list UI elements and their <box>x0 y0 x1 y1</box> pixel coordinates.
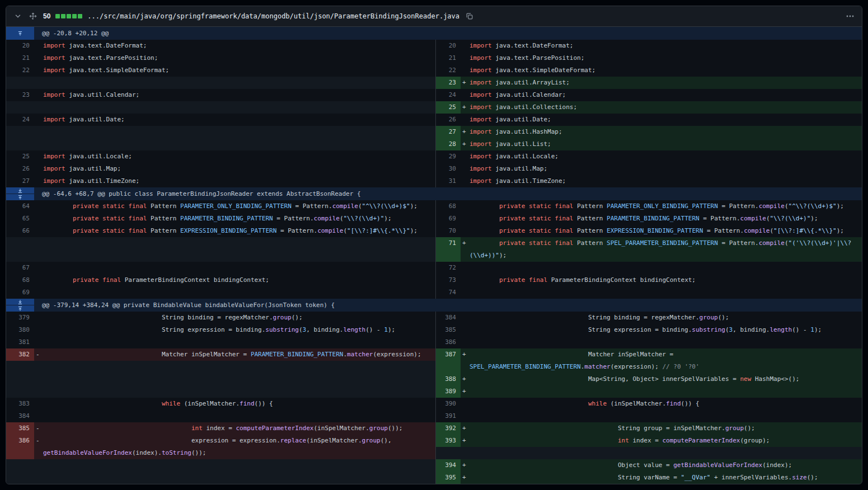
diff-row: 28+import java.util.List; <box>6 138 862 150</box>
line-number-cell[interactable]: 383 <box>6 398 34 410</box>
hunk-header: @@ -20,8 +20,12 @@ <box>6 27 862 40</box>
line-number-cell[interactable]: 24 <box>6 114 34 126</box>
line-number-cell[interactable]: 68 <box>435 200 461 213</box>
diff-sign-cell <box>34 324 42 336</box>
expand-down-button[interactable] <box>6 187 34 194</box>
line-number-cell[interactable]: 21 <box>435 52 461 64</box>
line-number-cell[interactable]: 27 <box>6 175 34 187</box>
collapse-file-chevron-button[interactable] <box>13 11 23 21</box>
line-number-cell[interactable]: 381 <box>6 336 34 348</box>
line-number-cell[interactable]: 388 <box>435 373 461 385</box>
line-number-cell[interactable]: 384 <box>6 410 34 422</box>
filler-line <box>42 373 435 385</box>
code-line <box>468 385 862 398</box>
line-number-cell[interactable]: 66 <box>6 225 34 237</box>
code-cell: import java.util.Date; <box>468 114 862 126</box>
diff-row: 21import java.text.ParsePosition;21impor… <box>6 52 862 64</box>
expand-down-button[interactable] <box>6 299 34 305</box>
line-number-cell[interactable]: 69 <box>435 213 461 225</box>
line-number-cell[interactable]: 385 <box>435 324 461 336</box>
line-number-cell[interactable]: 382 <box>6 348 34 373</box>
chevron-down-icon <box>14 12 22 20</box>
line-number-cell[interactable]: 387 <box>435 348 461 373</box>
line-number: 384 <box>6 410 34 422</box>
gutter-filler <box>6 385 34 398</box>
line-number-cell[interactable]: 64 <box>6 200 34 213</box>
line-number-cell[interactable]: 69 <box>6 286 34 299</box>
line-number-cell[interactable]: 390 <box>435 398 461 410</box>
line-number-cell[interactable]: 379 <box>6 312 34 324</box>
line-number-cell[interactable]: 380 <box>6 324 34 336</box>
line-number: 22 <box>436 64 461 77</box>
line-number: 395 <box>436 472 461 484</box>
line-number-cell[interactable]: 27 <box>435 126 461 138</box>
line-number-cell[interactable]: 395 <box>435 472 461 484</box>
code-line: import java.util.ArrayList; <box>468 77 862 89</box>
line-number-cell[interactable]: 384 <box>435 312 461 324</box>
line-number-cell[interactable]: 23 <box>435 77 461 89</box>
line-number-cell[interactable]: 386 <box>6 435 34 459</box>
line-number-cell[interactable]: 72 <box>435 262 461 274</box>
file-diff-card: 50 .../src/main/java/org/springframework… <box>6 6 862 484</box>
line-number-cell[interactable]: 20 <box>435 40 461 52</box>
line-number-cell[interactable]: 393 <box>435 435 461 459</box>
line-number-cell[interactable]: 23 <box>6 89 34 101</box>
diffstat-block <box>78 14 82 18</box>
code-line <box>42 410 435 422</box>
line-number-cell[interactable]: 26 <box>6 163 34 175</box>
copy-path-button[interactable] <box>465 11 475 21</box>
line-number-cell[interactable]: 30 <box>435 163 461 175</box>
line-number-cell[interactable]: 24 <box>435 89 461 101</box>
line-number-cell[interactable]: 74 <box>435 286 461 299</box>
code-cell: private final ParameterBindingContext bi… <box>42 274 435 286</box>
line-number-cell[interactable]: 22 <box>6 64 34 77</box>
line-number-cell[interactable]: 67 <box>6 262 34 274</box>
code-line: import java.util.TimeZone; <box>468 175 862 187</box>
line-number-cell[interactable]: 31 <box>435 175 461 187</box>
code-line <box>468 286 862 299</box>
diff-row: 395+ String varName = "__QVar" + innerSp… <box>6 472 862 484</box>
sign-marker <box>34 101 42 114</box>
line-number-cell[interactable]: 29 <box>435 150 461 163</box>
diff-sign-cell: + <box>461 77 468 89</box>
diff-row: 20import java.text.DateFormat;20import j… <box>6 40 862 52</box>
diff-sign-cell <box>34 89 42 101</box>
diff-row: 380 String expression = binding.substrin… <box>6 324 862 336</box>
line-number-cell[interactable]: 392 <box>435 422 461 435</box>
line-number-cell[interactable]: 389 <box>435 385 461 398</box>
line-number-cell[interactable]: 391 <box>435 410 461 422</box>
file-options-kebab-button[interactable] <box>845 11 855 21</box>
expand-up-button[interactable] <box>6 27 34 40</box>
line-number-cell[interactable]: 394 <box>435 459 461 472</box>
sign-marker: + <box>461 385 468 398</box>
diff-row: 394+ Object value = getBindableValueForI… <box>6 459 862 472</box>
expand-up-button[interactable] <box>6 194 34 200</box>
sign-marker: + <box>461 77 468 89</box>
line-number-cell[interactable]: 22 <box>435 64 461 77</box>
line-number-cell[interactable]: 25 <box>6 150 34 163</box>
line-number-cell[interactable]: 68 <box>6 274 34 286</box>
sign-marker: + <box>461 101 468 114</box>
sign-marker <box>34 385 42 398</box>
expand-up-button[interactable] <box>6 305 34 312</box>
diff-row: 381386 <box>6 336 862 348</box>
sign-marker <box>34 64 42 77</box>
line-number-cell[interactable]: 71 <box>435 237 461 262</box>
diff-row: 379 String binding = regexMatcher.group(… <box>6 312 862 324</box>
line-number-cell[interactable]: 25 <box>435 101 461 114</box>
line-number-cell[interactable]: 385 <box>6 422 34 435</box>
line-number-cell[interactable]: 26 <box>435 114 461 126</box>
diff-row: 386- expression = expression.replace(inS… <box>6 435 862 459</box>
line-number-cell[interactable]: 386 <box>435 336 461 348</box>
line-number-cell[interactable]: 70 <box>435 225 461 237</box>
line-number-cell[interactable]: 20 <box>6 40 34 52</box>
line-number-cell[interactable]: 21 <box>6 52 34 64</box>
line-number: 383 <box>6 398 34 410</box>
line-number-cell[interactable]: 65 <box>6 213 34 225</box>
sign-marker <box>34 126 42 138</box>
line-number-cell[interactable]: 28 <box>435 138 461 150</box>
line-number-cell <box>6 472 34 484</box>
drag-handle-button[interactable] <box>28 11 38 21</box>
line-number-cell[interactable]: 73 <box>435 274 461 286</box>
code-cell: private final ParameterBindingContext bi… <box>468 274 862 286</box>
